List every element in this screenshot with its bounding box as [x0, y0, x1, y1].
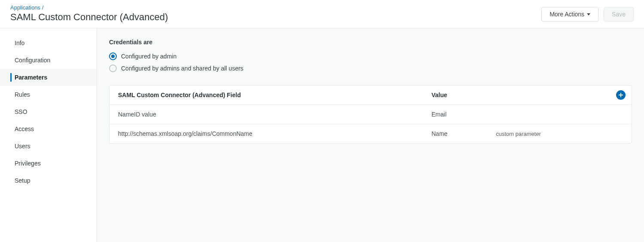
- header-left: Applications / SAML Custom Connector (Ad…: [10, 4, 168, 23]
- sidebar-item-users[interactable]: Users: [0, 138, 97, 155]
- chevron-down-icon: [587, 13, 590, 15]
- credentials-heading: Credentials are: [109, 39, 632, 46]
- credentials-radio-group: Configured by admin Configured by admins…: [109, 52, 632, 72]
- column-header-value: Value: [431, 92, 496, 98]
- column-header-field: SAML Custom Connector (Advanced) Field: [118, 92, 431, 98]
- page-header: Applications / SAML Custom Connector (Ad…: [0, 0, 644, 28]
- sidebar-item-configuration[interactable]: Configuration: [0, 52, 97, 69]
- cell-value: Name: [431, 130, 496, 137]
- header-actions: More Actions Save: [541, 4, 634, 21]
- radio-unselected-icon: [109, 64, 117, 72]
- save-label: Save: [612, 11, 626, 18]
- more-actions-button[interactable]: More Actions: [541, 7, 598, 21]
- radio-configured-by-admin[interactable]: Configured by admin: [109, 52, 632, 60]
- plus-icon: [618, 92, 623, 98]
- sidebar-item-sso[interactable]: SSO: [0, 103, 97, 120]
- page-title: SAML Custom Connector (Advanced): [10, 12, 168, 23]
- body-area: Info Configuration Parameters Rules SSO …: [0, 28, 644, 242]
- radio-label: Configured by admin: [121, 53, 176, 60]
- radio-configured-and-shared[interactable]: Configured by admins and shared by all u…: [109, 64, 632, 72]
- breadcrumb: Applications /: [10, 4, 168, 11]
- cell-value: Email: [431, 111, 496, 118]
- radio-label: Configured by admins and shared by all u…: [121, 65, 243, 72]
- svg-rect-1: [619, 95, 623, 95]
- sidebar-item-info[interactable]: Info: [0, 34, 97, 52]
- breadcrumb-parent-link[interactable]: Applications: [10, 4, 40, 11]
- parameters-header-row: SAML Custom Connector (Advanced) Field V…: [109, 86, 632, 105]
- breadcrumb-separator: /: [42, 4, 44, 11]
- main-content: Credentials are Configured by admin Conf…: [97, 28, 644, 242]
- table-row[interactable]: http://schemas.xmlsoap.org/claims/Common…: [109, 124, 632, 143]
- sidebar-item-parameters[interactable]: Parameters: [0, 69, 97, 86]
- sidebar-item-rules[interactable]: Rules: [0, 86, 97, 103]
- radio-selected-icon: [109, 52, 117, 60]
- parameters-table: SAML Custom Connector (Advanced) Field V…: [109, 85, 632, 144]
- sidebar-item-access[interactable]: Access: [0, 120, 97, 138]
- sidebar: Info Configuration Parameters Rules SSO …: [0, 28, 97, 242]
- sidebar-item-privileges[interactable]: Privileges: [0, 155, 97, 172]
- cell-field: http://schemas.xmlsoap.org/claims/Common…: [118, 130, 431, 137]
- more-actions-label: More Actions: [550, 11, 584, 18]
- sidebar-item-setup[interactable]: Setup: [0, 172, 97, 189]
- cell-field: NameID value: [118, 111, 431, 118]
- cell-note: custom parameter: [496, 131, 623, 137]
- add-parameter-button[interactable]: [616, 90, 626, 100]
- save-button[interactable]: Save: [604, 7, 634, 21]
- table-row[interactable]: NameID value Email: [109, 105, 632, 124]
